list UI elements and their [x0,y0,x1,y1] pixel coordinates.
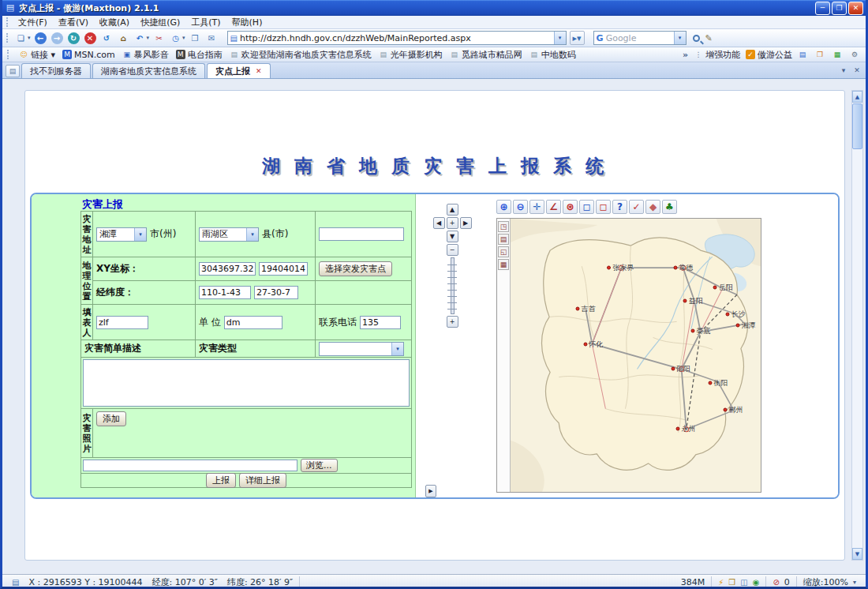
chevron-down-icon[interactable]: ▾ [853,579,856,586]
tab-server-not-found[interactable]: 找不到服务器 [21,63,91,78]
maxthon-charity-button[interactable]: ✓ 傲游公益 [746,49,792,61]
pan-icon[interactable]: ✛ [529,200,544,214]
y-coordinate-input[interactable] [259,262,308,276]
home-button[interactable]: ⌂ [116,30,132,46]
browse-button[interactable]: 浏览... [301,459,338,472]
longitude-input[interactable] [199,286,251,299]
minimize-button[interactable]: ─ [815,2,830,15]
overview-map-button[interactable]: ◳ [498,221,509,232]
print-map-button[interactable]: ▦ [498,259,509,270]
x-coordinate-input[interactable] [199,262,256,276]
full-extent-icon[interactable]: ⊛ [563,200,578,214]
mail-button[interactable]: ✉ [204,30,220,46]
tab-hunan-info-system[interactable]: 湖南省地质灾害信息系统 [92,63,205,78]
pick-disaster-point-button[interactable]: 选择突发灾害点 [319,261,392,276]
attributes-icon[interactable]: ✓ [629,200,644,214]
scroll-down-icon[interactable]: ▼ [852,548,862,560]
photo-file-input[interactable] [83,460,297,471]
menu-tools[interactable]: 工具(T) [185,16,226,29]
tab-list-button[interactable]: ▾ [838,65,849,76]
link-msn[interactable]: M MSN.com [62,49,115,61]
reporter-name-input[interactable] [96,316,148,329]
pan-left-button[interactable]: ◀ [433,217,445,229]
search-input[interactable]: G Google ▾ [593,31,687,45]
link-radio-guide[interactable]: M 电台指南 [176,49,223,61]
search-placeholder[interactable]: Google [606,33,674,43]
search-icon[interactable] [693,35,700,42]
zoom-out-button[interactable]: − [447,244,458,256]
layer-list-button[interactable]: ◱ [498,246,509,257]
link-zhongdi-shuma[interactable]: ▤ 中地数码 [529,49,576,61]
address-url[interactable]: http://dzzh.hndh.gov.cn/dzzhWeb/MainRepo… [240,33,554,43]
tabbar-close-button[interactable]: ✕ [851,65,862,76]
zoom-in-button[interactable]: + [447,316,458,328]
zoom-control[interactable]: 缩放:100% ▾ [797,576,862,588]
capture-button[interactable]: ❐ [188,30,204,46]
phone-input[interactable] [360,316,401,329]
link-baofeng[interactable]: ▣ 暴风影音 [122,49,169,61]
address-dropdown-icon[interactable]: ▾ [554,32,566,44]
new-page-button[interactable]: ❏ ▾ [13,30,32,46]
highlight-icon[interactable]: ✎ [705,33,713,43]
new-tab-button[interactable]: ▤ [6,65,20,77]
map-canvas[interactable]: 张家界 常德 岳阳 益阳 吉首 长沙 湘潭 娄底 怀化 邵阳 衡阳 [511,219,761,492]
zoom-slider[interactable] [447,257,458,314]
tab-disaster-report[interactable]: 灾点上报 ✕ [207,63,271,78]
feed-icon[interactable]: ▦ [832,49,844,61]
measure-icon[interactable]: ∠ [546,200,561,214]
menu-file[interactable]: 文件(F) [13,16,53,29]
link-hunan-geo-system[interactable]: ▤ 欢迎登陆湖南省地质灾害信息系统 [230,49,372,61]
county-select[interactable]: 雨湖区 ▾ [199,227,259,242]
menu-favorites[interactable]: 收藏(A) [94,16,135,29]
zoom-in-icon[interactable]: ⊕ [496,200,511,214]
address-detail-input[interactable] [319,227,404,241]
disaster-type-select[interactable]: ▾ [319,342,404,356]
pan-up-button[interactable]: ▲ [447,204,458,216]
forward-button[interactable]: → [50,30,65,46]
latitude-input[interactable] [254,286,298,299]
stop-button[interactable]: ✕ [83,30,99,46]
legend-button[interactable]: ▤ [498,234,509,245]
clear-selection-icon[interactable]: ◻ [596,200,611,214]
undo-button[interactable]: ↶ ▾ [133,30,152,46]
description-textarea[interactable] [83,359,410,407]
back-button[interactable]: ← [33,30,49,46]
vertical-scrollbar[interactable]: ▲ ▼ [851,90,863,561]
collapse-panel-button[interactable]: ▶ [425,485,436,497]
window-icon[interactable]: ❐ [815,49,827,61]
history-button[interactable]: ◷ ▾ [168,30,187,46]
refresh-all-button[interactable]: ↻ [66,30,82,46]
address-bar[interactable]: ▤ http://dzzh.hndh.gov.cn/dzzhWeb/MainRe… [227,31,567,45]
close-button[interactable]: ✕ [848,2,863,15]
add-photo-button[interactable]: 添加 [96,411,126,426]
scroll-up-icon[interactable]: ▲ [852,91,862,103]
panel-icon[interactable]: ▤ [798,49,810,61]
legend-icon[interactable]: ♣ [662,200,677,214]
search-dropdown-icon[interactable]: ▾ [674,32,686,44]
report-button[interactable]: 上报 [206,473,236,488]
menu-view[interactable]: 查看(V) [53,16,94,29]
maximize-button[interactable]: ❐ [832,2,847,15]
link-milu-city[interactable]: ▤ 觅路城市精品网 [450,49,522,61]
identify-icon[interactable]: ? [612,200,627,214]
links-folder-button[interactable]: ☺ 链接 ▾ [19,49,55,61]
snap-tool-button[interactable]: ✂ [152,30,167,46]
enhance-features-button[interactable]: ⋮ 增强功能 [694,49,740,61]
eraser-icon[interactable]: ◆ [645,200,660,214]
zoom-out-icon[interactable]: ⊖ [513,200,528,214]
city-select[interactable]: 湘潭 ▾ [96,227,147,242]
menu-groups[interactable]: 快捷组(G) [135,16,185,29]
refresh-button[interactable]: ↺ [99,30,115,46]
go-button[interactable]: ▸ ▾ [570,31,585,45]
pan-right-button[interactable]: ▶ [460,217,472,229]
more-links-icon[interactable]: » [683,50,688,60]
detail-report-button[interactable]: 详细上报 [239,473,286,488]
menu-help[interactable]: 帮助(H) [226,16,268,29]
center-map-button[interactable]: + [447,217,458,229]
zoom-box-icon[interactable]: ◻ [579,200,594,214]
scrollbar-thumb[interactable] [852,103,862,149]
link-guangnian-photo[interactable]: ▤ 光年摄影机构 [379,49,443,61]
unit-input[interactable] [224,316,282,329]
pan-down-button[interactable]: ▼ [447,231,458,242]
tab-close-icon[interactable]: ✕ [256,67,262,75]
